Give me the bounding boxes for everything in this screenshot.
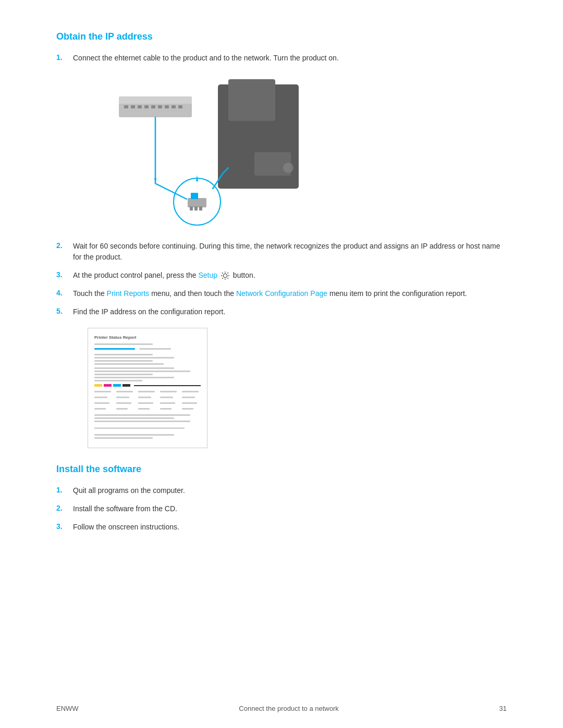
report-col-5 [182,389,201,411]
report-section-1 [94,343,201,351]
svg-point-15 [174,178,221,225]
color-line [134,385,201,386]
report-line [116,408,128,410]
report-line [94,354,153,355]
footer-center: Connect the product to a network [239,705,339,712]
step-item-4: 4. Touch the Print Reports menu, and the… [56,288,507,299]
report-line [182,397,195,398]
report-col-3 [138,389,157,411]
report-section-4 [94,414,201,439]
report-col-1 [94,389,113,411]
svg-line-31 [222,278,223,279]
svg-rect-12 [228,79,275,121]
step-text-5: Find the IP address on the configuration… [73,306,225,317]
svg-rect-2 [124,105,128,108]
report-line [94,397,107,398]
status-report-card: Printer Status Report [88,328,207,448]
report-line [182,402,197,404]
report-line [94,357,174,359]
report-line [182,391,199,392]
report-line [94,343,153,345]
svg-marker-21 [154,178,156,184]
report-line [116,402,131,404]
report-line [160,391,177,392]
report-line-cyan [94,348,135,350]
svg-line-29 [227,278,228,279]
report-line [138,391,155,392]
report-col-4 [160,389,179,411]
footer-left: ENWW [56,705,79,712]
color-bar-magenta [104,384,112,387]
svg-line-28 [222,273,223,274]
step-text-3: At the product control panel, press the … [73,270,255,281]
step-item-2: 2. Wait for 60 seconds before continuing… [56,241,507,263]
print-reports-link: Print Reports [107,289,150,298]
report-line [94,408,106,410]
step-text-4: Touch the Print Reports menu, and then t… [73,288,467,299]
setup-link: Setup [198,271,217,279]
step-list-install: 1. Quit all programs on the computer. 2.… [56,485,507,533]
page-footer: ENWW Connect the product to a network 31 [0,705,563,712]
report-columns [94,389,201,411]
svg-rect-7 [158,105,162,108]
report-line [94,414,190,416]
svg-rect-5 [144,105,149,108]
section-install-software: Install the software 1. Quit all program… [56,464,507,533]
svg-rect-18 [190,206,193,211]
report-line [94,402,109,404]
step-item-1: 1. Connect the ehternet cable to the pro… [56,53,507,64]
report-line [116,391,133,392]
step-number-2: 2. [56,241,73,250]
report-title: Printer Status Report [94,335,201,340]
report-color-bars [94,384,201,387]
install-step-number-2: 2. [56,503,73,512]
status-report-container: Printer Status Report [88,328,207,448]
report-line [138,408,150,410]
svg-rect-10 [178,105,182,108]
setup-icon [221,271,230,280]
report-line [94,417,174,419]
step-text-1: Connect the ehternet cable to the produc… [73,53,339,64]
install-step-number-3: 3. [56,522,73,530]
section-title-obtain-ip: Obtain the IP address [56,31,507,42]
report-line [94,360,153,362]
install-step-text-3: Follow the onscreen instructions. [73,522,179,533]
printer-diagram [108,74,307,230]
report-line [94,367,174,369]
svg-rect-14 [283,163,293,173]
step-item-5: 5. Find the IP address on the configurat… [56,306,507,317]
report-line [160,402,175,404]
report-line [94,380,142,381]
step-list-obtain-ip: 1. Connect the ehternet cable to the pro… [56,53,507,64]
svg-rect-0 [119,103,192,117]
step-number-3: 3. [56,270,73,279]
install-step-text-1: Quit all programs on the computer. [73,485,185,496]
svg-point-23 [223,274,227,278]
svg-line-30 [227,273,228,274]
step-number-1: 1. [56,53,73,61]
svg-rect-9 [172,105,176,108]
report-col-2 [116,389,135,411]
report-line-gray [139,348,171,350]
step-item-3: 3. At the product control panel, press t… [56,270,507,281]
section-title-install: Install the software [56,464,507,475]
svg-rect-4 [138,105,142,108]
color-bar-black [123,384,130,387]
report-divider-line [94,428,185,428]
color-bar-yellow [94,384,102,387]
report-line [160,408,172,410]
report-section-3 [94,367,201,381]
svg-rect-11 [218,84,299,189]
svg-rect-3 [131,105,135,108]
report-line [94,434,174,436]
report-line [182,408,193,410]
install-step-number-1: 1. [56,485,73,494]
svg-rect-16 [188,198,206,207]
step-text-2: Wait for 60 seconds before continuing. D… [73,241,507,263]
step-number-5: 5. [56,306,73,315]
report-line [138,397,151,398]
report-line [138,402,153,404]
network-config-link: Network Configuration Page [236,289,327,298]
report-line [94,391,111,392]
report-line [116,397,129,398]
